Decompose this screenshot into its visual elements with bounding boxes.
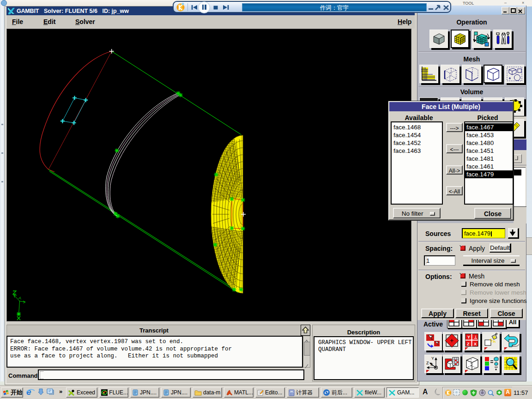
svg-text:X: X [474, 342, 477, 346]
svg-text:X: X [430, 363, 433, 367]
svg-text:⊥: ⊥ [474, 335, 478, 339]
svg-text:Y: Y [431, 356, 434, 361]
svg-text:Y: Y [467, 335, 470, 339]
svg-text:Z: Z [426, 361, 429, 365]
svg-text:Z: Z [467, 342, 470, 346]
